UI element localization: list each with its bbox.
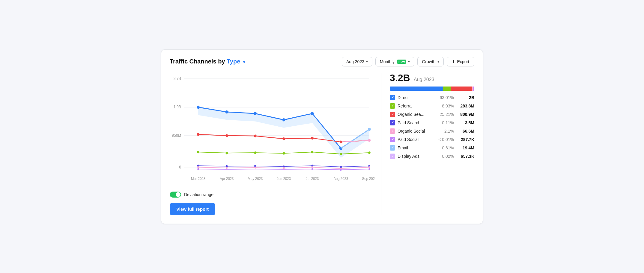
svg-point-49 — [368, 168, 370, 170]
line-chart: 3.7B 1.9B 950M 0 — [170, 72, 375, 186]
svg-point-10 — [225, 110, 228, 113]
channel-list: ✓Direct63.01%2B✓Referral8.93%283.8M✓Orga… — [390, 95, 474, 159]
svg-point-20 — [254, 134, 257, 137]
title-chevron: ▾ — [241, 59, 245, 64]
view-full-report-button[interactable]: View full report — [170, 203, 215, 215]
channel-percent: 63.01% — [439, 95, 454, 100]
channel-percent: 0.02% — [439, 154, 454, 159]
deviation-label: Deviation range — [184, 192, 213, 197]
channel-name: Paid Social — [398, 137, 436, 142]
channel-name: Organic Social — [398, 129, 437, 134]
channel-row[interactable]: ✓Paid Search0.11%3.5M — [390, 120, 474, 125]
svg-point-47 — [312, 168, 313, 170]
bar-referral — [443, 87, 451, 91]
metric-button[interactable]: Growth ▾ — [417, 57, 443, 66]
svg-point-40 — [226, 167, 228, 169]
svg-point-11 — [254, 112, 257, 115]
svg-point-31 — [368, 151, 371, 154]
channel-row[interactable]: ✓Display Ads0.02%657.3K — [390, 154, 474, 159]
svg-point-22 — [311, 136, 314, 139]
svg-point-16 — [368, 128, 371, 131]
channel-percent: 2.1% — [439, 129, 454, 134]
svg-marker-8 — [198, 107, 369, 158]
channel-value: 657.3K — [456, 154, 474, 159]
deviation-toggle[interactable] — [170, 192, 181, 198]
channel-percent: < 0.01% — [438, 137, 454, 142]
chart-container: 3.7B 1.9B 950M 0 — [170, 72, 375, 186]
channel-percent: 0.11% — [439, 120, 454, 125]
channel-percent: 25.21% — [439, 112, 454, 117]
channel-value: 19.4M — [456, 145, 474, 150]
channel-checkbox[interactable]: ✓ — [390, 154, 395, 159]
date-caret-icon: ▾ — [366, 60, 368, 64]
channel-value: 800.9M — [456, 112, 474, 117]
export-button[interactable]: ⬆ Export — [447, 57, 474, 66]
channel-row[interactable]: ✓Organic Social2.1%66.6M — [390, 128, 474, 134]
svg-point-48 — [340, 169, 342, 170]
svg-point-23 — [340, 140, 342, 143]
granularity-caret-icon: ▾ — [408, 60, 410, 64]
granularity-button[interactable]: Monthly new ▾ — [375, 57, 414, 66]
total-value: 3.2B — [390, 72, 410, 83]
svg-point-42 — [283, 167, 285, 169]
svg-text:950M: 950M — [172, 133, 181, 138]
channel-checkbox[interactable]: ✓ — [390, 112, 395, 117]
export-label: Export — [457, 59, 469, 64]
channel-name: Organic Sea... — [398, 112, 437, 117]
channel-row[interactable]: ✓Email0.61%19.4M — [390, 145, 474, 151]
channel-percent: 0.61% — [439, 145, 454, 150]
svg-text:Aug 2023: Aug 2023 — [333, 176, 348, 181]
svg-point-30 — [340, 153, 342, 155]
svg-point-24 — [368, 139, 371, 142]
channel-value: 3.5M — [456, 120, 474, 125]
svg-text:Jun 2023: Jun 2023 — [277, 176, 291, 181]
channel-checkbox[interactable]: ✓ — [390, 103, 395, 109]
svg-point-27 — [254, 151, 257, 154]
card-header: Traffic Channels by Type ▾ Aug 2023 ▾ Mo… — [170, 57, 474, 66]
channel-row[interactable]: ✓Direct63.01%2B — [390, 95, 474, 100]
svg-point-45 — [368, 166, 370, 168]
channel-checkbox[interactable]: ✓ — [390, 145, 395, 151]
svg-text:Sep 2023: Sep 2023 — [362, 176, 375, 181]
granularity-label: Monthly — [380, 59, 395, 64]
channel-row[interactable]: ✓Organic Sea...25.21%800.9M — [390, 112, 474, 117]
channel-checkbox[interactable]: ✓ — [390, 128, 395, 134]
total-row: 3.2B Aug 2023 — [390, 72, 474, 84]
svg-point-12 — [282, 118, 285, 122]
summary-sidebar: 3.2B Aug 2023 ✓Direct63.01%2B✓Referral8.… — [381, 72, 474, 215]
deviation-row: Deviation range — [170, 192, 375, 198]
card-title: Traffic Channels by Type ▾ — [170, 58, 245, 65]
channel-row[interactable]: ✓Paid Social< 0.01%287.7K — [390, 137, 474, 142]
controls-bar: Aug 2023 ▾ Monthly new ▾ Growth ▾ ⬆ Expo… — [342, 57, 474, 66]
svg-text:Apr 2023: Apr 2023 — [220, 176, 234, 181]
title-prefix: Traffic Channels by — [170, 58, 227, 65]
channel-name: Display Ads — [398, 154, 437, 159]
svg-point-18 — [197, 133, 200, 136]
channel-value: 283.8M — [456, 104, 474, 108]
channel-name: Referral — [398, 104, 437, 108]
channel-checkbox[interactable]: ✓ — [390, 120, 395, 125]
channel-name: Direct — [398, 95, 437, 100]
metric-caret-icon: ▾ — [437, 60, 439, 64]
channel-checkbox[interactable]: ✓ — [390, 95, 395, 100]
channel-row[interactable]: ✓Referral8.93%283.8M — [390, 103, 474, 109]
svg-point-19 — [225, 134, 228, 137]
svg-point-29 — [311, 151, 314, 153]
svg-text:3.7B: 3.7B — [174, 76, 181, 81]
total-date: Aug 2023 — [414, 77, 434, 82]
channel-checkbox[interactable]: ✓ — [390, 137, 395, 142]
svg-point-9 — [197, 105, 200, 109]
svg-point-28 — [283, 152, 285, 154]
svg-point-43 — [312, 166, 313, 168]
svg-point-13 — [311, 112, 314, 115]
channel-value: 66.6M — [456, 129, 474, 134]
metric-label: Growth — [422, 59, 435, 64]
channel-name: Paid Search — [398, 120, 437, 125]
date-label: Aug 2023 — [346, 59, 364, 64]
date-picker-button[interactable]: Aug 2023 ▾ — [342, 57, 372, 66]
chart-area: 3.7B 1.9B 950M 0 — [170, 72, 381, 215]
export-icon: ⬆ — [452, 59, 455, 64]
svg-text:May 2023: May 2023 — [248, 176, 263, 181]
channel-name: Email — [398, 145, 437, 150]
svg-point-39 — [197, 166, 199, 168]
